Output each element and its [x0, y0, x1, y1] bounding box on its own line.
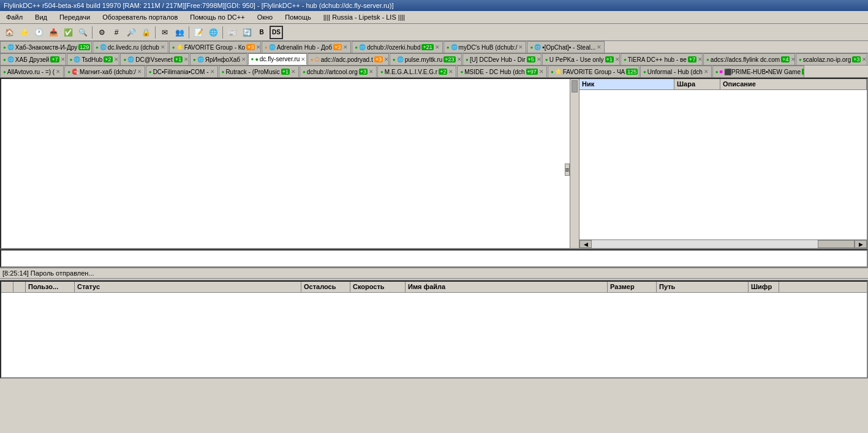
- chat-scrollbar[interactable]: [570, 79, 579, 248]
- dl-col-filename[interactable]: Имя файла: [406, 282, 608, 292]
- tab-r2-11[interactable]: adcs://adcs.flylink dc.com +4 ✕: [703, 53, 795, 65]
- toolbar-btn-ds[interactable]: DS: [270, 26, 283, 39]
- menu-help[interactable]: Помощь: [281, 12, 315, 22]
- dl-col-path[interactable]: Путь: [657, 282, 749, 292]
- chat-splitter-handle[interactable]: ≡: [565, 164, 570, 176]
- toolbar-btn-search[interactable]: 🔎: [124, 26, 138, 39]
- tab-r2-12[interactable]: scalolaz.no-ip.org +3 ✕: [796, 53, 867, 65]
- title-text: FlylinkDC++ r504-beta-x64 build 19970 [R…: [4, 2, 393, 9]
- dl-col-arrow[interactable]: [13, 282, 26, 292]
- tab-hub-2[interactable]: 🌐 dc.livedc.ru (dchub ✕: [92, 41, 168, 53]
- tab-r3-2[interactable]: 🧲 Магнит-хаб (dchub:/ ✕: [64, 66, 145, 77]
- tab-row-1: 🌐 Хаб-Знакомств-И-Дру 129 ✕ 🌐 dc.livedc.…: [0, 41, 868, 53]
- userlist-col-share[interactable]: Шара: [674, 79, 720, 89]
- menu-portals[interactable]: Обозреватель порталов: [99, 12, 181, 22]
- status-bar: [8:25:14] Пароль отправлен...: [0, 268, 868, 278]
- chat-messages[interactable]: ≡: [1, 79, 579, 248]
- tab-r3-5[interactable]: dchub://artcool.org +3 ✕: [300, 66, 377, 77]
- hscroll-right[interactable]: ▶: [855, 240, 867, 248]
- dl-col-remaining[interactable]: Осталось: [301, 282, 350, 292]
- userlist-header: Ник Шара Описание: [579, 79, 867, 90]
- userlist-col-nick[interactable]: Ник: [579, 79, 674, 89]
- toolbar-sep-4: [222, 26, 223, 39]
- status-text: [8:25:14] Пароль отправлен...: [2, 269, 94, 277]
- dl-col-size[interactable]: Размер: [608, 282, 657, 292]
- dl-col-status[interactable]: Статус: [75, 282, 301, 292]
- tab-r3-3[interactable]: DC•Filimania•COM - ✕: [146, 66, 218, 77]
- tab-r2-10[interactable]: TiERA DC++ hub - вe +7 ✕: [621, 53, 703, 65]
- tab-r2-7[interactable]: 🌐 pulse.myltk.ru +23 ✕: [390, 53, 462, 65]
- toolbar-sep-1: [92, 26, 92, 39]
- tab-r2-6[interactable]: ⬡ adc://adc.podryad.t +3 ✕: [308, 53, 389, 65]
- dl-col-user[interactable]: Пользо...: [26, 282, 75, 292]
- tab-r3-9[interactable]: Unformal - Hub (dch ✕: [640, 66, 712, 77]
- tab-r2-4[interactable]: 🌐 ЯрИнфоХаб ✕: [190, 53, 247, 65]
- tab-r3-6[interactable]: M.E.G.A.L.I.V.E.G.r +2 ✕: [377, 66, 456, 77]
- menu-transfers[interactable]: Передачи: [56, 12, 94, 22]
- toolbar-btn-finished[interactable]: ✅: [61, 26, 75, 39]
- dl-col-speed[interactable]: Скорость: [350, 282, 406, 292]
- tab-hub-4[interactable]: 🌐 Adrenalin Hub - Доб +3 ✕: [262, 41, 352, 53]
- toolbar-btn-spy[interactable]: 🔍: [76, 26, 89, 39]
- tab-hub-3[interactable]: ⭐ FAVORITE Group - Ко +3 ✕: [169, 41, 261, 53]
- tab-r3-8[interactable]: ⭐ FAVORITE Group - ЧА 125 ✕: [548, 66, 640, 77]
- toolbar-btn-settings[interactable]: ⚙: [95, 26, 108, 39]
- chat-area: ≡ Ник Шара Описание ◀ ▶: [0, 78, 868, 249]
- toolbar-btn-hash[interactable]: #: [110, 26, 123, 39]
- toolbar-sep-3: [189, 26, 189, 39]
- tab-r3-4[interactable]: Rutrack - (ProMusic +1 ✕: [219, 66, 299, 77]
- chat-input[interactable]: [2, 252, 866, 265]
- toolbar-btn-home[interactable]: 🏠: [2, 26, 16, 39]
- menu-window[interactable]: Окно: [254, 12, 277, 22]
- menu-help-dc[interactable]: Помощь по DC++: [186, 12, 248, 22]
- toolbar-btn-adl[interactable]: 🔒: [139, 26, 153, 39]
- toolbar-btn-favhubs[interactable]: ⭐: [17, 26, 31, 39]
- toolbar-btn-rss[interactable]: 📰: [225, 26, 239, 39]
- toolbar-btn-blog[interactable]: B: [255, 26, 268, 39]
- menu-server-info: |||| Russia - Lipetsk - LIS ||||: [320, 12, 409, 22]
- tab-r2-2[interactable]: 🌐 TsdHub +2 ✕: [67, 53, 120, 65]
- tab-row-3: AllAvtovo.ru - =) ( ✕ 🧲 Магнит-хаб (dchu…: [0, 66, 868, 78]
- tab-r2-1[interactable]: 🌐 ХАБ Друзей +7 ✕: [0, 53, 66, 65]
- dl-col-cipher[interactable]: Шифр: [749, 282, 779, 292]
- userlist-body[interactable]: [579, 90, 867, 239]
- toolbar-btn-recenthubs[interactable]: 🕐: [32, 26, 45, 39]
- chat-scrollbar-thumb[interactable]: [572, 80, 578, 92]
- toolbar: 🏠 ⭐ 🕐 📥 ✅ 🔍 ⚙ # 🔎 🔒 ✉ 👥 📝 🌐 📰 🔄 B DS: [0, 24, 868, 41]
- menu-bar: Файл Вид Передачи Обозреватель порталов …: [0, 11, 868, 24]
- tab-r2-8[interactable]: [U] DCDev Hub - Dir +5 ✕: [462, 53, 542, 65]
- userlist-panel: Ник Шара Описание ◀ ▶: [579, 79, 867, 248]
- hscroll-left[interactable]: ◀: [579, 240, 592, 248]
- hscroll-thumb[interactable]: [818, 240, 855, 248]
- menu-file[interactable]: Файл: [2, 12, 26, 22]
- chat-input-area: [0, 249, 868, 268]
- download-header: Пользо... Статус Осталось Скорость Имя ф…: [1, 282, 867, 293]
- tab-r2-active[interactable]: ● dc.fly-server.ru ✕: [248, 53, 307, 65]
- tab-row-2: 🌐 ХАБ Друзей +7 ✕ 🌐 TsdHub +2 ✕ 🌐 DC@Vse…: [0, 53, 868, 66]
- tab-hub-5[interactable]: 🌐 dchub://ozerki.hubd +21 ✕: [352, 41, 442, 53]
- tab-r3-10[interactable]: ■ ⬛PRIME-HUB•NEW Game +3 ✕: [712, 66, 804, 77]
- tab-r2-3[interactable]: 🌐 DC@Vsevnet +1 ✕: [120, 53, 189, 65]
- tab-hub-1[interactable]: 🌐 Хаб-Знакомств-И-Дру 129 ✕: [0, 41, 92, 53]
- tab-r3-1[interactable]: AllAvtovo.ru - =) ( ✕: [0, 66, 64, 77]
- tab-hub-7[interactable]: 🌐 •[OpChat]• - Steal... ✕: [527, 41, 605, 53]
- toolbar-btn-notepad[interactable]: 📝: [192, 26, 205, 39]
- toolbar-btn-update[interactable]: 🔄: [240, 26, 254, 39]
- tab-r2-9[interactable]: U PePKa - Use only +1 ✕: [542, 53, 620, 65]
- toolbar-btn-net[interactable]: 🌐: [206, 26, 220, 39]
- tab-r3-7[interactable]: MSIDE - DC Hub (dch +97 ✕: [457, 66, 546, 77]
- toolbar-btn-pm[interactable]: ✉: [158, 26, 172, 39]
- userlist-col-desc[interactable]: Описание: [720, 79, 867, 89]
- menu-view[interactable]: Вид: [31, 12, 51, 22]
- download-panel: Пользо... Статус Осталось Скорость Имя ф…: [0, 281, 868, 378]
- hscroll-track[interactable]: [592, 240, 818, 248]
- dl-col-check[interactable]: [1, 282, 13, 292]
- toolbar-sep-2: [155, 26, 156, 39]
- toolbar-btn-queue[interactable]: 📥: [47, 26, 60, 39]
- title-bar: FlylinkDC++ r504-beta-x64 build 19970 [R…: [0, 0, 868, 11]
- toolbar-btn-favusers[interactable]: 👥: [173, 26, 186, 39]
- userlist-hscroll[interactable]: ◀ ▶: [579, 239, 867, 248]
- tab-hub-6[interactable]: 🌐 myDC's HuB (dchub:/ ✕: [443, 41, 527, 53]
